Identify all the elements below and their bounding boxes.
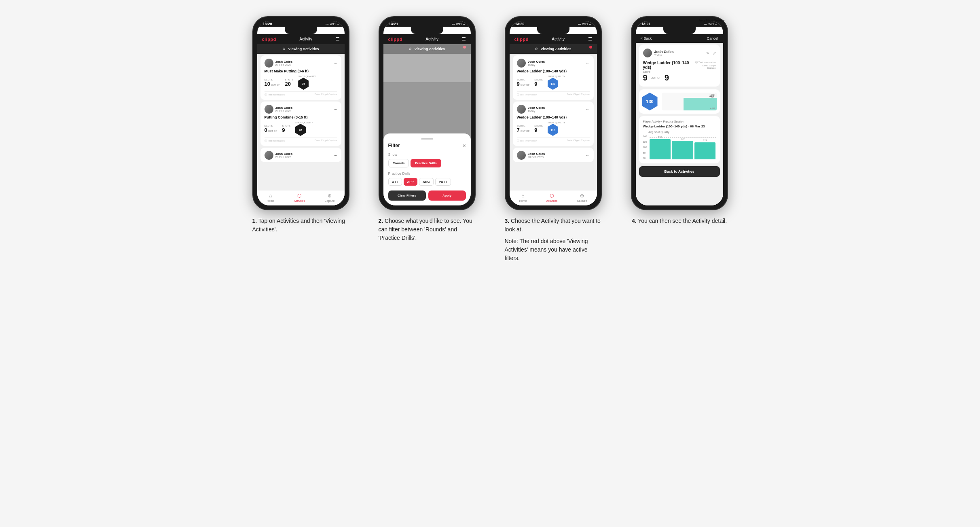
status-icons-3: ▪▪▪ WiFi ▪▪ — [578, 23, 591, 25]
dots-menu-1-1[interactable]: ··· — [334, 61, 337, 66]
red-dot-2 — [463, 46, 466, 49]
bar-1 — [650, 139, 671, 159]
hamburger-icon-1[interactable]: ☰ — [336, 36, 340, 42]
activities-icon-3: ⬡ — [550, 193, 554, 199]
nav-activities-3[interactable]: ⬡ Activities — [546, 193, 558, 202]
activity-card-3-1[interactable]: Josh Coles Today ··· Wedge Ladder (100–1… — [513, 55, 594, 100]
chart-bars: 132 129 124 — [650, 135, 716, 159]
bar-label-1: 132 — [658, 136, 662, 138]
shots-group-3-2: Shots 9 — [534, 125, 543, 133]
activity-card-1-3[interactable]: Josh Coles 28 Feb 2023 ··· — [260, 148, 341, 162]
chart-bar-2: 129 — [672, 138, 693, 159]
phone-section-1: 13:20 ▪▪▪ WiFi ▪▪ clippd Activity ☰ — [244, 16, 358, 262]
status-time-3: 13:20 — [515, 22, 525, 26]
dots-menu-3-1[interactable]: ··· — [586, 61, 589, 66]
avatar-4 — [643, 49, 652, 57]
nav-home-3[interactable]: ⌂ Home — [519, 193, 527, 202]
apply-button[interactable]: Apply — [428, 190, 466, 201]
activity-card-1-2[interactable]: Josh Coles 28 Feb 2023 ··· Putting Combi… — [260, 102, 341, 146]
clear-filters-button[interactable]: Clear Filters — [388, 190, 426, 201]
filter-tag-ott[interactable]: OTT — [388, 178, 402, 186]
detail-scroll-4: Josh Coles Today ✎ ⤢ Wedge Ladd — [636, 43, 723, 205]
detail-info-1: ⓘ Test Information — [694, 61, 715, 64]
filter-tag-app[interactable]: APP — [404, 178, 417, 186]
detail-info-2: Data: Clippd Capture — [694, 64, 715, 69]
chart-bar-3: 124 — [694, 139, 716, 159]
avg-shot-quality-section: Avg Shot Quality 130 130 APP 100500 — [639, 89, 720, 114]
filter-close-button[interactable]: ✕ — [462, 143, 466, 148]
filter-practice-drills-button[interactable]: Practice Drills — [411, 159, 441, 167]
sq-badge-3-2: 118 — [548, 124, 558, 136]
score-value-3-2: 7 OUT OF — [517, 127, 530, 133]
filter-icon-2: ⚙ — [409, 47, 412, 51]
card-user-1-1: Josh Coles 28 Feb 2023 — [265, 59, 293, 68]
dots-menu-1-3[interactable]: ··· — [334, 153, 337, 158]
viewing-banner-3[interactable]: ⚙ Viewing Activities — [510, 44, 597, 54]
detail-score-section: Score 9 OUT OF 9 — [643, 70, 695, 83]
app-logo-2: clippd — [388, 37, 402, 42]
card-footer-left-3-2: ⓘ Test Information — [517, 139, 537, 143]
dots-menu-1-2[interactable]: ··· — [334, 107, 337, 112]
nav-activities-1[interactable]: ⬡ Activities — [294, 193, 305, 202]
back-button[interactable]: < Back — [641, 36, 652, 40]
filter-tag-arg[interactable]: ARG — [419, 178, 434, 186]
filter-modal: Filter ✕ Show Rounds Practice Drills Pra… — [383, 133, 471, 205]
filter-icon-3: ⚙ — [535, 47, 538, 51]
dots-menu-3-3[interactable]: ··· — [586, 153, 589, 158]
score-of-1-2: OUT OF — [268, 130, 277, 132]
card-header-3-3: Josh Coles 28 Feb 2023 ··· — [517, 151, 590, 160]
score-num-3-1: 9 — [517, 81, 520, 87]
phone-screen-2: 13:21 ▪▪▪ WiFi ▪▪ clippd Activity ☰ ⚙ — [383, 21, 471, 205]
user-info-1-3: Josh Coles 28 Feb 2023 — [275, 152, 293, 159]
card-header-3-2: Josh Coles Today ··· — [517, 105, 590, 114]
cancel-button[interactable]: Cancel — [707, 36, 718, 40]
user-info-3-3: Josh Coles 28 Feb 2023 — [528, 152, 545, 159]
viewing-banner-1[interactable]: ⚙ Viewing Activities — [257, 44, 345, 54]
filter-title: Filter — [388, 143, 400, 148]
user-name-1-3: Josh Coles — [275, 152, 293, 156]
user-date-1-2: 28 Feb 2023 — [275, 110, 293, 112]
nav-home-1[interactable]: ⌂ Home — [267, 193, 275, 202]
status-bar-3: 13:20 ▪▪▪ WiFi ▪▪ — [510, 21, 597, 27]
hamburger-icon-2[interactable]: ☰ — [462, 36, 466, 42]
card-stats-3-2: Score 7 OUT OF Shots 9 — [517, 121, 590, 136]
user-name-3-1: Josh Coles — [528, 60, 545, 63]
app-header-2: clippd Activity ☰ — [383, 34, 471, 44]
filter-tag-putt[interactable]: PUTT — [435, 178, 451, 186]
nav-capture-1[interactable]: ⊕ Capture — [324, 193, 334, 202]
status-icons-4: ▪▪▪ WiFi ▪▪ — [704, 23, 717, 25]
edit-icon[interactable]: ✎ — [706, 51, 709, 55]
card-footer-1-2: ⓘ Test Information Data: Clippd Capture — [265, 138, 337, 143]
detail-score-label: Score — [643, 70, 695, 73]
card-footer-left-1-2: ⓘ Test Information — [265, 139, 285, 143]
page-container: 13:20 ▪▪▪ WiFi ▪▪ clippd Activity ☰ — [207, 16, 773, 262]
home-icon-1: ⌂ — [269, 193, 272, 199]
user-date-3-1: Today — [528, 63, 545, 66]
card-title-3-1: Wedge Ladder (100–140 yds) — [517, 69, 590, 73]
activity-card-3-2[interactable]: Josh Coles Today ··· Wedge Ladder (100–1… — [513, 102, 594, 146]
sq-badge-1-2: 45 — [295, 124, 306, 136]
activities-label-3: Activities — [546, 199, 558, 202]
signal-icon: ▪▪▪ — [326, 23, 328, 25]
card-footer-1-1: ⓘ Test Information Data: Clippd Capture — [265, 91, 337, 97]
sq-label-3-2: Shot Quality — [548, 121, 565, 124]
desc-text-2: 2. Choose what you'd like to see. You ca… — [379, 217, 476, 242]
wifi-icon-2: WiFi — [456, 23, 462, 25]
back-to-activities-button[interactable]: Back to Activities — [639, 166, 720, 177]
description-2: 2. Choose what you'd like to see. You ca… — [379, 217, 476, 242]
activity-card-1-1[interactable]: Josh Coles 28 Feb 2023 ··· Must Make Put… — [260, 55, 341, 100]
drill-session-title: Wedge Ladder (100–140 yds) - 06 Mar 23 — [643, 125, 716, 128]
filter-rounds-button[interactable]: Rounds — [388, 159, 409, 167]
expand-icon[interactable]: ⤢ — [713, 51, 716, 55]
hamburger-icon-3[interactable]: ☰ — [588, 36, 592, 42]
nav-capture-3[interactable]: ⊕ Capture — [577, 193, 587, 202]
card-footer-left-1-1: ⓘ Test Information — [265, 93, 285, 97]
card-title-1-1: Must Make Putting (3-6 ft) — [265, 69, 337, 73]
capture-icon-1: ⊕ — [328, 193, 332, 199]
detail-score-row: 9 OUT OF 9 — [643, 73, 695, 83]
dots-menu-3-2[interactable]: ··· — [586, 107, 589, 112]
chart-y-max: 100500 — [709, 93, 716, 102]
filter-show-label: Show — [388, 152, 466, 157]
activity-card-3-3[interactable]: Josh Coles 28 Feb 2023 ··· — [513, 148, 594, 162]
card-header-1-2: Josh Coles 28 Feb 2023 ··· — [265, 105, 337, 114]
